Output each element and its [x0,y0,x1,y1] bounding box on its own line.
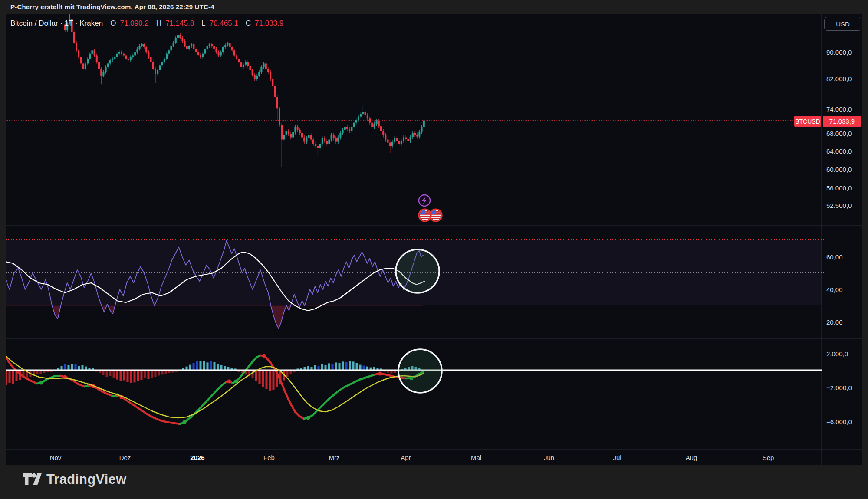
rsi-highlight-circle[interactable] [396,250,439,293]
time-axis-label: Sep [763,454,774,461]
axis-label: 52.500,0 [826,202,852,209]
symbol-header[interactable]: Bitcoin / Dollar · 1T · Kraken O 71.090,… [10,19,283,28]
currency-toggle-button[interactable]: USD [824,17,861,31]
symbol-title[interactable]: Bitcoin / Dollar · 1T · Kraken [10,19,103,28]
macd-highlight-circle[interactable] [398,349,442,393]
time-axis-label: Mai [471,454,481,461]
macd-line-segment [54,376,61,376]
axis-label: 60,00 [826,253,843,261]
axis-label: 60.000,0 [826,166,852,173]
macd-line-segment [167,422,174,423]
axis-label: −2.000,0 [826,384,852,391]
ohlc-open-label: O [110,19,116,28]
screenshot-root: P-Cherry erstellt mit TradingView.com, A… [0,0,868,499]
crypto-event-icon[interactable] [419,195,430,206]
time-axis-label: Nov [50,454,62,461]
time-axis-label: Apr [401,454,411,461]
macd-line-segment [174,423,180,424]
axis-label: 2.000,0 [826,350,848,358]
axis-label: 56.000,0 [826,184,852,192]
time-axis-label: Aug [686,454,697,461]
time-axis-label: Jul [613,454,621,461]
price-tag-value: 71.033,9 [823,116,861,127]
price-tag-symbol: BTCUSD [794,116,821,127]
chart-canvas[interactable] [6,14,862,465]
ohlc-low-value: 70.465,1 [210,19,238,28]
ohlc-high-label: H [156,19,161,28]
ohlc-close-value: 71.033,9 [255,19,283,28]
attribution-bar: P-Cherry erstellt mit TradingView.com, A… [10,3,214,10]
axis-label: 64.000,0 [826,148,852,155]
time-axis-label: Feb [263,454,275,461]
axis-label: 40,00 [826,286,843,293]
ohlc-open-value: 71.090,2 [120,19,148,28]
ohlc-low-label: L [201,19,205,28]
us-economic-event-icon[interactable] [419,209,431,221]
time-axis-label: Dez [119,454,131,461]
attribution-text: P-Cherry erstellt mit TradingView.com, A… [10,3,214,10]
time-axis-label: Jun [544,454,554,461]
ohlc-high-value: 71.145,8 [165,19,194,28]
time-axis-label: Mrz [329,454,340,461]
tradingview-logo-icon [23,471,42,488]
tradingview-logo-text: TradingView [46,472,126,487]
axis-label: −6.000,0 [826,418,852,426]
ohlc-close-label: C [246,19,251,28]
tradingview-logo[interactable]: TradingView [23,471,126,488]
axis-label: 68.000,0 [826,130,852,137]
axis-label: 90.000,0 [826,49,852,56]
axis-label: 74.000,0 [826,105,852,113]
axis-label: 82.000,0 [826,75,852,82]
time-axis-label: 2026 [190,454,204,461]
axis-label: 20,00 [826,318,843,326]
